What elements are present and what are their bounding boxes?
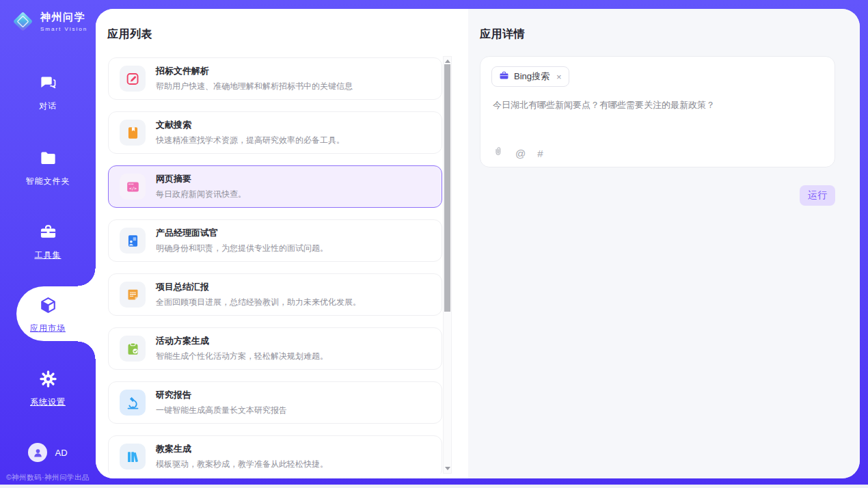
app-card-title: 招标文件解析 xyxy=(156,65,353,77)
sidebar-item-0[interactable]: 对话 xyxy=(0,74,96,112)
app-card-description: 帮助用户快速、准确地理解和解析招标书中的关键信息 xyxy=(156,81,353,92)
tool-tag-bing-search[interactable]: Bing搜索 × xyxy=(491,66,569,87)
app-card[interactable]: 活动方案生成 智能生成个性化活动方案，轻松解决规划难题。 xyxy=(108,327,442,370)
sidebar-item-label: 系统设置 xyxy=(30,396,66,408)
tag-close-icon[interactable]: × xyxy=(556,72,562,82)
sidebar-item-2[interactable]: 工具集 xyxy=(0,223,96,261)
main-container: 应用列表 招标文件解析 帮助用户快速、准确地理解和解析招标书中的关键信息 文献搜… xyxy=(96,9,860,478)
sidebar-item-4[interactable]: 系统设置 xyxy=(0,370,96,408)
note-icon xyxy=(120,282,146,308)
app-list: 招标文件解析 帮助用户快速、准确地理解和解析招标书中的关键信息 文献搜索 快速精… xyxy=(108,57,443,474)
query-input[interactable]: 今日湖北有哪些新闻要点？有哪些需要关注的最新政策？ xyxy=(493,99,824,111)
avatar[interactable] xyxy=(28,443,47,462)
paperclip-icon[interactable] xyxy=(493,146,504,160)
app-card[interactable]: </> 网页摘要 每日政府新闻资讯快查。 xyxy=(108,165,442,208)
app-card-title: 网页摘要 xyxy=(156,173,246,185)
chat-icon xyxy=(39,74,57,95)
edit-doc-icon xyxy=(120,66,146,92)
cube-icon xyxy=(39,296,57,317)
app-card[interactable]: 项目总结汇报 全面回顾项目进展，总结经验教训，助力未来优化发展。 xyxy=(108,273,442,316)
user-initials: AD xyxy=(55,448,67,458)
microscope-icon xyxy=(120,390,146,416)
sidebar-item-label: 工具集 xyxy=(35,249,62,261)
app-list-panel: 应用列表 招标文件解析 帮助用户快速、准确地理解和解析招标书中的关键信息 文献搜… xyxy=(96,9,468,478)
app-detail-title: 应用详情 xyxy=(480,27,525,42)
app-card-title: 活动方案生成 xyxy=(156,335,328,347)
app-card[interactable]: 研究报告 一键智能生成高质量长文本研究报告 xyxy=(108,381,442,424)
app-card-description: 每日政府新闻资讯快查。 xyxy=(156,189,246,200)
copyright-text: ©神州数码·神州问学出品 xyxy=(0,473,96,483)
app-card-description: 明确身份和职责，为您提供专业性的面试问题。 xyxy=(156,243,328,254)
prompt-card: Bing搜索 × 今日湖北有哪些新闻要点？有哪些需要关注的最新政策？ @ # xyxy=(480,56,835,167)
tool-tag-label: Bing搜索 xyxy=(514,70,550,83)
app-card-description: 智能生成个性化活动方案，轻松解决规划难题。 xyxy=(156,351,328,362)
brand-logo: 神州问学 Smart Vision xyxy=(10,9,87,34)
folder-icon xyxy=(39,149,57,170)
app-card-description: 一键智能生成高质量长文本研究报告 xyxy=(156,405,287,416)
app-card-title: 文献搜索 xyxy=(156,119,344,131)
app-card-title: 教案生成 xyxy=(156,443,328,455)
browser-code-icon: </> xyxy=(120,174,146,200)
sidebar: 神州问学 Smart Vision 对话 智能文件夹 工具集 应用市场 系统设置… xyxy=(0,0,96,488)
app-card[interactable]: 产品经理面试官 明确身份和职责，为您提供专业性的面试问题。 xyxy=(108,219,442,262)
brand-name: 神州问学 xyxy=(40,11,87,24)
sidebar-item-label: 应用市场 xyxy=(30,323,66,334)
user-row: AD xyxy=(0,443,96,462)
app-list-scrollbar[interactable] xyxy=(443,56,452,474)
sidebar-item-label: 对话 xyxy=(39,100,57,112)
svg-text:</>: </> xyxy=(128,185,136,190)
app-card[interactable]: 文献搜索 快速精准查找学术资源，提高研究效率的必备工具。 xyxy=(108,111,442,154)
scroll-up-icon[interactable] xyxy=(445,59,450,63)
interview-doc-icon xyxy=(120,228,146,254)
input-toolbar: @ # xyxy=(493,146,543,160)
run-button[interactable]: 运行 xyxy=(800,185,835,206)
app-card-title: 研究报告 xyxy=(156,389,287,401)
app-card-description: 全面回顾项目进展，总结经验教训，助力未来优化发展。 xyxy=(156,297,361,308)
brand-subtitle: Smart Vision xyxy=(40,26,87,32)
app-detail-panel: 应用详情 Bing搜索 × 今日湖北有哪些新闻要点？有哪些需要关注的最新政策？ … xyxy=(468,9,860,478)
app-card[interactable]: 教案生成 模板驱动，教案秒成，教学准备从此轻松快捷。 xyxy=(108,435,442,474)
sidebar-item-label: 智能文件夹 xyxy=(26,176,70,187)
hash-icon[interactable]: # xyxy=(537,148,543,159)
app-card[interactable]: 招标文件解析 帮助用户快速、准确地理解和解析招标书中的关键信息 xyxy=(108,57,442,100)
scrollbar-thumb[interactable] xyxy=(444,64,450,312)
sidebar-item-3[interactable]: 应用市场 xyxy=(0,296,96,334)
at-icon[interactable]: @ xyxy=(515,148,526,159)
toolbox-icon xyxy=(39,223,57,244)
books-icon xyxy=(120,444,146,470)
app-list-title: 应用列表 xyxy=(107,27,152,42)
book-icon xyxy=(120,120,146,146)
app-card-description: 快速精准查找学术资源，提高研究效率的必备工具。 xyxy=(156,135,344,146)
bottom-edge-strip xyxy=(0,485,868,488)
app-card-title: 项目总结汇报 xyxy=(156,281,361,293)
sidebar-item-1[interactable]: 智能文件夹 xyxy=(0,149,96,187)
app-card-title: 产品经理面试官 xyxy=(156,227,328,239)
gear-icon xyxy=(39,370,57,391)
app-card-description: 模板驱动，教案秒成，教学准备从此轻松快捷。 xyxy=(156,459,328,470)
briefcase-icon xyxy=(499,70,509,83)
person-icon xyxy=(32,447,44,459)
scroll-down-icon[interactable] xyxy=(445,467,450,470)
brand-diamond-icon xyxy=(10,9,36,34)
app-market-page: { "app": { "brand": { "name": "神州问学", "s… xyxy=(0,0,868,488)
clipboard-check-icon xyxy=(120,336,146,362)
